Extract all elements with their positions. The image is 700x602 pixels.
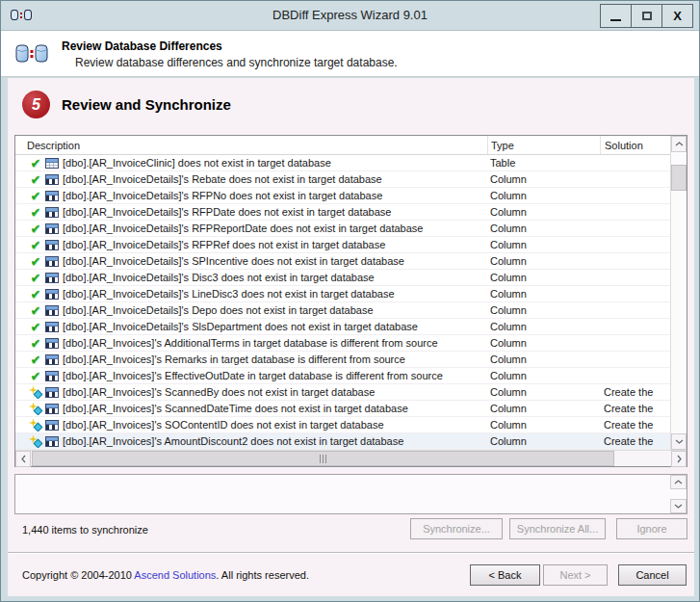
new-item-icon xyxy=(29,403,42,415)
table-body: ✔ [dbo].[AR_InvoiceClinic] does not exis… xyxy=(15,155,670,450)
table-row[interactable]: ✔ [dbo].[AR_InvoiceDetails]'s SlsDepartm… xyxy=(15,319,670,335)
check-icon: ✔ xyxy=(31,173,41,186)
row-object-slot xyxy=(43,305,60,316)
row-object-slot xyxy=(43,207,60,218)
ignore-button[interactable]: Ignore xyxy=(616,518,687,539)
column-icon xyxy=(45,354,59,365)
table-row[interactable]: ✔ [dbo].[AR_InvoiceDetails]'s RFPDate do… xyxy=(15,204,670,221)
scroll-left-button[interactable] xyxy=(15,451,31,467)
row-description-cell: ✔ [dbo].[AR_InvoiceDetails]'s SlsDepartm… xyxy=(15,321,487,333)
row-object-slot xyxy=(43,322,60,332)
items-count-status: 1,440 items to synchronize xyxy=(22,524,148,536)
row-description: [dbo].[AR_InvoiceDetails]'s SPIncentive … xyxy=(63,255,404,267)
new-item-icon xyxy=(29,435,42,448)
differences-table: Description Type Solution ✔ [dbo].[AR_In… xyxy=(14,135,687,467)
row-description: [dbo].[AR_InvoiceDetails]'s RFPNo does n… xyxy=(63,190,382,201)
row-type: Column xyxy=(487,272,600,283)
row-type: Column xyxy=(487,239,600,250)
column-header-description[interactable]: Description xyxy=(15,136,487,154)
scroll-down-button[interactable] xyxy=(671,433,687,450)
row-description-cell: ✔ [dbo].[AR_InvoiceDetails]'s RFPNo does… xyxy=(15,190,487,202)
copyright-prefix: Copyright © 2004-2010 xyxy=(22,569,134,581)
table-row[interactable]: ✔ [dbo].[AR_InvoiceDetails]'s SPIncentiv… xyxy=(15,253,670,270)
horizontal-scrollbar[interactable] xyxy=(15,450,687,466)
page-subtitle: Review database differences and synchron… xyxy=(75,56,398,69)
chevron-down-icon xyxy=(675,439,684,444)
table-row[interactable]: ✔ [dbo].[AR_InvoiceDetails]'s Rebate doe… xyxy=(15,171,670,188)
table-row[interactable]: ✔ [dbo].[AR_InvoiceDetails]'s LineDisc3 … xyxy=(15,286,670,302)
next-button[interactable]: Next > xyxy=(543,564,608,586)
row-object-slot xyxy=(43,240,60,250)
table-row[interactable]: ✔ [dbo].[AR_Invoices]'s EffectiveOutDate… xyxy=(15,368,670,384)
row-description: [dbo].[AR_InvoiceDetails]'s LineDisc3 do… xyxy=(63,288,395,300)
table-row[interactable]: ✔ [dbo].[AR_Invoices]'s ScannedDateTime … xyxy=(15,401,670,417)
table-row[interactable]: ✔ [dbo].[AR_InvoiceDetails]'s RFPRef doe… xyxy=(15,237,670,253)
row-type: Column xyxy=(487,403,600,414)
row-object-slot xyxy=(43,371,60,381)
close-button[interactable]: X xyxy=(661,4,693,28)
row-description: [dbo].[AR_Invoices]'s ScannedDateTime do… xyxy=(63,403,408,414)
row-description: [dbo].[AR_Invoices]'s ScannedBy does not… xyxy=(63,386,375,398)
wizard-window: DBDiff Express Wizard 9.01 X Review Data… xyxy=(0,0,700,602)
ascend-solutions-link[interactable]: Ascend Solutions xyxy=(134,569,216,581)
detail-scroll-down-button[interactable] xyxy=(670,499,687,513)
row-description-cell: ✔ [dbo].[AR_Invoices]'s AmountDiscount2 … xyxy=(15,435,487,448)
detail-text xyxy=(21,479,665,510)
table-row[interactable]: ✔ [dbo].[AR_Invoices]'s AdditionalTerms … xyxy=(15,335,670,352)
row-description: [dbo].[AR_InvoiceDetails]'s RFPRef does … xyxy=(63,239,385,250)
row-object-slot xyxy=(43,354,60,365)
table-row[interactable]: ✔ [dbo].[AR_Invoices]'s SOContentID does… xyxy=(15,417,670,433)
minimize-button[interactable] xyxy=(600,4,632,28)
row-type: Column xyxy=(487,288,600,300)
row-description: [dbo].[AR_Invoices]'s AmountDiscount2 do… xyxy=(63,435,403,447)
page-title: Review Database Differences xyxy=(62,39,222,53)
synchronize-all-button[interactable]: Synchronize All... xyxy=(509,518,606,539)
table-row[interactable]: ✔ [dbo].[AR_InvoiceClinic] does not exis… xyxy=(15,155,670,171)
window-title: DBDiff Express Wizard 9.01 xyxy=(1,8,699,22)
check-icon: ✔ xyxy=(31,157,41,170)
row-object-slot xyxy=(43,273,60,283)
vertical-scrollbar[interactable] xyxy=(670,136,687,450)
column-icon xyxy=(45,387,59,398)
table-row[interactable]: ✔ [dbo].[AR_Invoices]'s Remarks in targe… xyxy=(15,352,670,368)
row-type: Column xyxy=(487,255,600,267)
row-description: [dbo].[AR_InvoiceDetails]'s RFPDate does… xyxy=(63,206,391,218)
horizontal-scroll-thumb[interactable] xyxy=(32,451,614,466)
maximize-button[interactable] xyxy=(631,4,662,28)
row-status-slot: ✔ xyxy=(28,353,43,366)
row-object-slot xyxy=(43,436,60,447)
column-header-type[interactable]: Type xyxy=(487,136,600,154)
scroll-right-button[interactable] xyxy=(671,451,687,467)
table-row[interactable]: ✔ [dbo].[AR_Invoices]'s AmountDiscount2 … xyxy=(15,433,670,450)
row-type: Column xyxy=(487,304,600,316)
scroll-up-button[interactable] xyxy=(671,136,687,152)
check-icon: ✔ xyxy=(31,337,41,350)
row-status-slot: ✔ xyxy=(28,255,43,268)
cancel-button[interactable]: Cancel xyxy=(618,564,687,586)
synchronize-button[interactable]: Synchronize... xyxy=(410,518,503,539)
row-status-slot: ✔ xyxy=(28,173,43,186)
row-object-slot xyxy=(43,223,60,234)
row-description: [dbo].[AR_InvoiceDetails]'s SlsDepartmen… xyxy=(63,321,418,332)
row-type: Column xyxy=(487,419,600,431)
back-button[interactable]: < Back xyxy=(470,564,540,586)
table-row[interactable]: ✔ [dbo].[AR_InvoiceDetails]'s Depo does … xyxy=(15,302,670,319)
table-row[interactable]: ✔ [dbo].[AR_InvoiceDetails]'s RFPReportD… xyxy=(15,221,670,237)
row-status-slot: ✔ xyxy=(28,321,43,333)
row-description-cell: ✔ [dbo].[AR_InvoiceDetails]'s RFPReportD… xyxy=(15,222,487,235)
table-row[interactable]: ✔ [dbo].[AR_InvoiceDetails]'s Disc3 does… xyxy=(15,270,670,286)
vertical-scroll-thumb[interactable] xyxy=(671,165,687,191)
row-status-slot: ✔ xyxy=(28,222,43,235)
table-row[interactable]: ✔ [dbo].[AR_Invoices]'s ScannedBy does n… xyxy=(15,384,670,401)
row-type: Column xyxy=(487,370,600,381)
check-icon: ✔ xyxy=(31,272,41,284)
row-description: [dbo].[AR_InvoiceDetails]'s Depo does no… xyxy=(63,304,374,316)
row-status-slot: ✔ xyxy=(28,288,43,301)
column-icon xyxy=(45,338,59,349)
row-description-cell: ✔ [dbo].[AR_Invoices]'s Remarks in targe… xyxy=(15,353,487,366)
column-icon xyxy=(45,207,59,218)
column-header-solution[interactable]: Solution xyxy=(600,136,670,154)
detail-scroll-up-button[interactable] xyxy=(670,475,687,489)
row-type: Column xyxy=(487,353,600,365)
table-row[interactable]: ✔ [dbo].[AR_InvoiceDetails]'s RFPNo does… xyxy=(15,188,670,204)
